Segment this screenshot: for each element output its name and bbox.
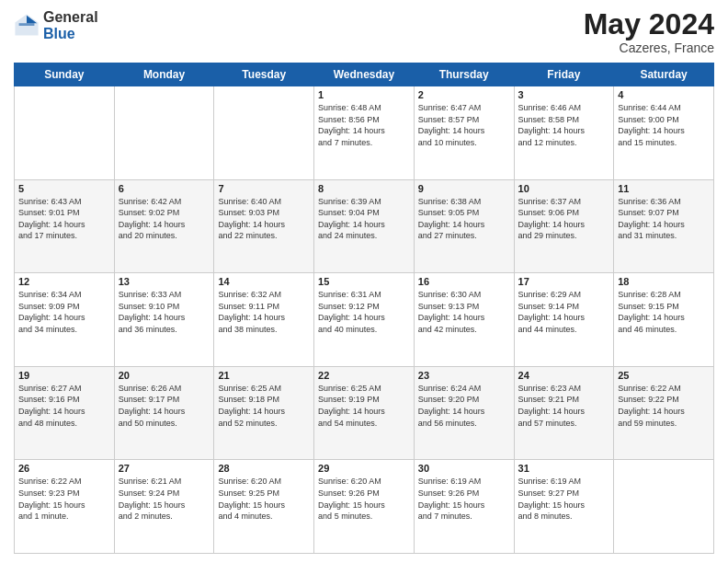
day-number: 27 (119, 463, 210, 474)
calendar-week-2: 5Sunrise: 6:43 AM Sunset: 9:01 PM Daylig… (15, 179, 714, 273)
calendar-cell: 20Sunrise: 6:26 AM Sunset: 9:17 PM Dayli… (114, 366, 214, 460)
day-info: Sunrise: 6:30 AM Sunset: 9:13 PM Dayligh… (418, 289, 510, 335)
calendar-cell: 9Sunrise: 6:38 AM Sunset: 9:05 PM Daylig… (414, 179, 514, 273)
calendar-cell: 3Sunrise: 6:46 AM Sunset: 8:58 PM Daylig… (514, 86, 614, 180)
day-info: Sunrise: 6:39 AM Sunset: 9:04 PM Dayligh… (318, 196, 410, 242)
header: General Blue May 2024 Cazeres, France (14, 9, 714, 55)
day-number: 18 (618, 276, 710, 287)
calendar-cell: 31Sunrise: 6:19 AM Sunset: 9:27 PM Dayli… (514, 460, 614, 554)
calendar-cell: 14Sunrise: 6:32 AM Sunset: 9:11 PM Dayli… (214, 273, 314, 367)
calendar-week-1: 1Sunrise: 6:48 AM Sunset: 8:56 PM Daylig… (15, 86, 714, 180)
day-number: 10 (518, 183, 610, 194)
day-info: Sunrise: 6:34 AM Sunset: 9:09 PM Dayligh… (18, 289, 110, 335)
day-info: Sunrise: 6:42 AM Sunset: 9:02 PM Dayligh… (119, 196, 210, 242)
calendar-cell: 7Sunrise: 6:40 AM Sunset: 9:03 PM Daylig… (214, 179, 314, 273)
day-number: 21 (218, 370, 310, 381)
calendar-cell: 6Sunrise: 6:42 AM Sunset: 9:02 PM Daylig… (114, 179, 214, 273)
day-number: 24 (518, 370, 610, 381)
day-info: Sunrise: 6:43 AM Sunset: 9:01 PM Dayligh… (18, 196, 110, 242)
day-info: Sunrise: 6:31 AM Sunset: 9:12 PM Dayligh… (318, 289, 410, 335)
calendar-cell (114, 86, 214, 180)
day-info: Sunrise: 6:27 AM Sunset: 9:16 PM Dayligh… (18, 383, 110, 429)
day-number: 7 (218, 183, 310, 194)
day-info: Sunrise: 6:21 AM Sunset: 9:24 PM Dayligh… (119, 476, 210, 522)
col-monday: Monday (114, 63, 214, 86)
calendar-cell: 19Sunrise: 6:27 AM Sunset: 9:16 PM Dayli… (15, 366, 115, 460)
calendar-cell: 25Sunrise: 6:22 AM Sunset: 9:22 PM Dayli… (614, 366, 714, 460)
day-number: 6 (119, 183, 210, 194)
day-info: Sunrise: 6:33 AM Sunset: 9:10 PM Dayligh… (119, 289, 210, 335)
calendar-cell: 8Sunrise: 6:39 AM Sunset: 9:04 PM Daylig… (314, 179, 415, 273)
day-number: 15 (318, 276, 410, 287)
day-number: 17 (518, 276, 610, 287)
calendar-cell: 2Sunrise: 6:47 AM Sunset: 8:57 PM Daylig… (414, 86, 514, 180)
col-friday: Friday (514, 63, 614, 86)
col-thursday: Thursday (414, 63, 514, 86)
calendar-cell (614, 460, 714, 554)
day-info: Sunrise: 6:19 AM Sunset: 9:27 PM Dayligh… (518, 476, 610, 522)
day-number: 22 (318, 370, 410, 381)
day-info: Sunrise: 6:47 AM Sunset: 8:57 PM Dayligh… (418, 102, 510, 148)
calendar-cell: 17Sunrise: 6:29 AM Sunset: 9:14 PM Dayli… (514, 273, 614, 367)
calendar-title: May 2024 (584, 9, 714, 39)
day-info: Sunrise: 6:24 AM Sunset: 9:20 PM Dayligh… (418, 383, 510, 429)
calendar-cell: 30Sunrise: 6:19 AM Sunset: 9:26 PM Dayli… (414, 460, 514, 554)
day-info: Sunrise: 6:46 AM Sunset: 8:58 PM Dayligh… (518, 102, 610, 148)
title-block: May 2024 Cazeres, France (584, 9, 714, 55)
day-info: Sunrise: 6:40 AM Sunset: 9:03 PM Dayligh… (218, 196, 310, 242)
day-number: 8 (318, 183, 410, 194)
col-wednesday: Wednesday (314, 63, 415, 86)
day-info: Sunrise: 6:32 AM Sunset: 9:11 PM Dayligh… (218, 289, 310, 335)
day-info: Sunrise: 6:38 AM Sunset: 9:05 PM Dayligh… (418, 196, 510, 242)
day-number: 30 (418, 463, 510, 474)
calendar-location: Cazeres, France (584, 40, 714, 55)
day-number: 23 (418, 370, 510, 381)
day-info: Sunrise: 6:22 AM Sunset: 9:23 PM Dayligh… (18, 476, 110, 522)
col-tuesday: Tuesday (214, 63, 314, 86)
calendar-week-5: 26Sunrise: 6:22 AM Sunset: 9:23 PM Dayli… (15, 460, 714, 554)
calendar-cell: 1Sunrise: 6:48 AM Sunset: 8:56 PM Daylig… (314, 86, 415, 180)
col-sunday: Sunday (15, 63, 115, 86)
day-number: 29 (318, 463, 410, 474)
day-info: Sunrise: 6:23 AM Sunset: 9:21 PM Dayligh… (518, 383, 610, 429)
calendar-cell: 27Sunrise: 6:21 AM Sunset: 9:24 PM Dayli… (114, 460, 214, 554)
day-info: Sunrise: 6:44 AM Sunset: 9:00 PM Dayligh… (618, 102, 710, 148)
day-number: 3 (518, 89, 610, 100)
calendar-cell (15, 86, 115, 180)
day-number: 13 (119, 276, 210, 287)
calendar-cell: 29Sunrise: 6:20 AM Sunset: 9:26 PM Dayli… (314, 460, 415, 554)
day-info: Sunrise: 6:25 AM Sunset: 9:18 PM Dayligh… (218, 383, 310, 429)
day-number: 5 (18, 183, 110, 194)
calendar-cell: 4Sunrise: 6:44 AM Sunset: 9:00 PM Daylig… (614, 86, 714, 180)
col-saturday: Saturday (614, 63, 714, 86)
day-number: 4 (618, 89, 710, 100)
day-number: 20 (119, 370, 210, 381)
day-number: 26 (18, 463, 110, 474)
svg-rect-2 (19, 23, 35, 26)
day-info: Sunrise: 6:37 AM Sunset: 9:06 PM Dayligh… (518, 196, 610, 242)
day-number: 25 (618, 370, 710, 381)
calendar-cell: 12Sunrise: 6:34 AM Sunset: 9:09 PM Dayli… (15, 273, 115, 367)
calendar-week-3: 12Sunrise: 6:34 AM Sunset: 9:09 PM Dayli… (15, 273, 714, 367)
calendar-cell: 16Sunrise: 6:30 AM Sunset: 9:13 PM Dayli… (414, 273, 514, 367)
calendar-week-4: 19Sunrise: 6:27 AM Sunset: 9:16 PM Dayli… (15, 366, 714, 460)
day-info: Sunrise: 6:20 AM Sunset: 9:26 PM Dayligh… (318, 476, 410, 522)
calendar-cell (214, 86, 314, 180)
calendar-cell: 21Sunrise: 6:25 AM Sunset: 9:18 PM Dayli… (214, 366, 314, 460)
calendar-cell: 15Sunrise: 6:31 AM Sunset: 9:12 PM Dayli… (314, 273, 415, 367)
calendar-cell: 26Sunrise: 6:22 AM Sunset: 9:23 PM Dayli… (15, 460, 115, 554)
day-number: 9 (418, 183, 510, 194)
calendar-cell: 22Sunrise: 6:25 AM Sunset: 9:19 PM Dayli… (314, 366, 415, 460)
day-info: Sunrise: 6:22 AM Sunset: 9:22 PM Dayligh… (618, 383, 710, 429)
logo-icon (14, 13, 40, 39)
logo-text: General Blue (43, 9, 98, 41)
calendar-cell: 11Sunrise: 6:36 AM Sunset: 9:07 PM Dayli… (614, 179, 714, 273)
calendar-cell: 13Sunrise: 6:33 AM Sunset: 9:10 PM Dayli… (114, 273, 214, 367)
day-info: Sunrise: 6:25 AM Sunset: 9:19 PM Dayligh… (318, 383, 410, 429)
day-number: 31 (518, 463, 610, 474)
calendar-cell: 18Sunrise: 6:28 AM Sunset: 9:15 PM Dayli… (614, 273, 714, 367)
day-number: 19 (18, 370, 110, 381)
day-number: 16 (418, 276, 510, 287)
calendar-cell: 10Sunrise: 6:37 AM Sunset: 9:06 PM Dayli… (514, 179, 614, 273)
day-number: 1 (318, 89, 410, 100)
